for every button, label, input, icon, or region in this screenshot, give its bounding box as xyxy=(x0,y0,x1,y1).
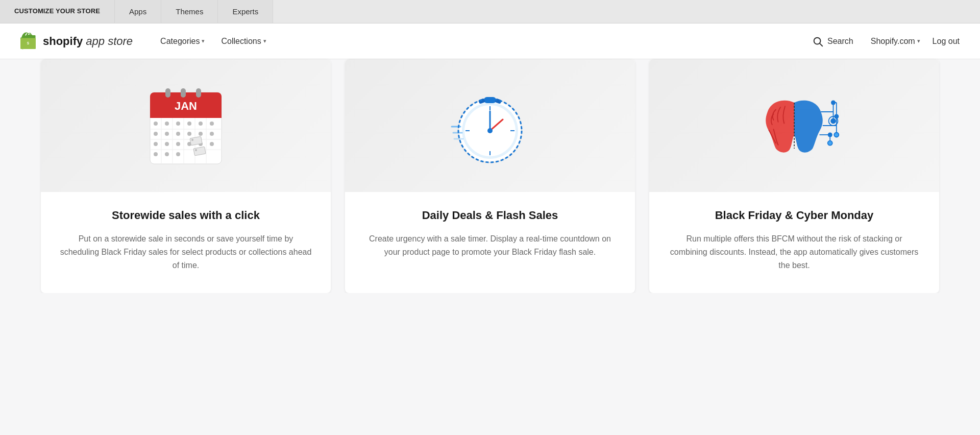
svg-point-29 xyxy=(199,132,203,136)
main-content: JAN xyxy=(0,59,980,293)
svg-text:JAN: JAN xyxy=(175,100,197,112)
svg-point-19 xyxy=(154,122,158,126)
cards-grid: JAN xyxy=(41,59,939,293)
svg-point-25 xyxy=(154,132,158,136)
card-bfcm-desc: Run multiple offers this BFCM without th… xyxy=(668,232,921,273)
svg-point-32 xyxy=(165,142,169,146)
card-daily-deals-desc: Create urgency with a sale timer. Displa… xyxy=(363,232,617,259)
card-daily-deals-image xyxy=(345,59,635,192)
svg-rect-8 xyxy=(165,88,170,98)
svg-text:S: S xyxy=(27,41,30,45)
search-button[interactable]: Search xyxy=(807,33,859,50)
svg-point-59 xyxy=(487,128,493,133)
svg-point-38 xyxy=(165,152,169,156)
card-bfcm-image xyxy=(649,59,939,192)
svg-point-27 xyxy=(176,132,180,136)
collections-label: Collections xyxy=(221,37,261,46)
svg-point-41 xyxy=(191,139,193,141)
categories-chevron-icon: ▾ xyxy=(202,38,205,44)
logo[interactable]: S shopify app store xyxy=(20,32,133,51)
svg-rect-9 xyxy=(181,88,186,98)
top-bar-themes[interactable]: Themes xyxy=(161,0,218,23)
svg-rect-10 xyxy=(196,88,201,98)
svg-point-22 xyxy=(187,122,191,126)
main-nav: Categories ▾ Collections ▾ xyxy=(153,33,807,50)
shopify-com-label: Shopify.com xyxy=(871,37,915,46)
card-daily-deals-body: Daily Deals & Flash Sales Create urgency… xyxy=(345,192,635,279)
categories-nav-link[interactable]: Categories ▾ xyxy=(153,33,212,50)
svg-point-31 xyxy=(154,142,158,146)
top-bar: CUSTOMIZE YOUR STORE Apps Themes Experts xyxy=(0,0,980,23)
shopify-logo-icon: S xyxy=(20,32,39,51)
card-storewide-sales-body: Storewide sales with a click Put on a st… xyxy=(41,192,331,293)
svg-point-30 xyxy=(210,132,214,136)
svg-point-20 xyxy=(165,122,169,126)
collections-chevron-icon: ▾ xyxy=(263,38,266,44)
shopify-com-link[interactable]: Shopify.com ▾ xyxy=(871,37,920,46)
card-bfcm[interactable]: Black Friday & Cyber Monday Run multiple… xyxy=(649,59,939,293)
svg-point-36 xyxy=(210,142,214,146)
logout-button[interactable]: Log out xyxy=(933,37,960,46)
header-right: Search Shopify.com ▾ Log out xyxy=(807,33,960,50)
logo-appstore-text: app store xyxy=(83,35,133,47)
svg-point-39 xyxy=(176,152,180,156)
top-bar-apps[interactable]: Apps xyxy=(115,0,161,23)
svg-point-74 xyxy=(828,141,832,146)
svg-point-37 xyxy=(154,152,158,156)
svg-point-43 xyxy=(195,149,197,151)
brain-circuit-icon xyxy=(748,85,840,166)
svg-point-21 xyxy=(176,122,180,126)
svg-line-3 xyxy=(820,43,822,46)
svg-point-78 xyxy=(831,119,836,124)
card-bfcm-title: Black Friday & Cyber Monday xyxy=(668,208,921,223)
categories-label: Categories xyxy=(160,37,200,46)
svg-point-24 xyxy=(210,122,214,126)
calendar-icon: JAN xyxy=(145,82,227,169)
svg-point-33 xyxy=(176,142,180,146)
card-storewide-sales-title: Storewide sales with a click xyxy=(59,208,312,223)
top-bar-customize-store[interactable]: CUSTOMIZE YOUR STORE xyxy=(0,0,115,23)
stopwatch-icon xyxy=(449,85,531,166)
svg-point-23 xyxy=(199,122,203,126)
top-bar-experts[interactable]: Experts xyxy=(218,0,273,23)
card-daily-deals-title: Daily Deals & Flash Sales xyxy=(363,208,617,223)
card-storewide-sales-desc: Put on a storewide sale in seconds or sa… xyxy=(59,232,312,273)
card-storewide-sales-image: JAN xyxy=(41,59,331,192)
card-daily-deals[interactable]: Daily Deals & Flash Sales Create urgency… xyxy=(345,59,635,293)
logo-shopify-text: shopify xyxy=(43,35,83,47)
card-bfcm-body: Black Friday & Cyber Monday Run multiple… xyxy=(649,192,939,293)
card-storewide-sales[interactable]: JAN xyxy=(41,59,331,293)
svg-point-28 xyxy=(187,132,191,136)
collections-nav-link[interactable]: Collections ▾ xyxy=(214,33,273,50)
search-icon xyxy=(812,36,823,47)
shopify-com-arrow-icon: ▾ xyxy=(917,38,920,44)
logout-label: Log out xyxy=(933,37,960,45)
header: S shopify app store Categories ▾ Collect… xyxy=(0,23,980,59)
svg-point-26 xyxy=(165,132,169,136)
search-label: Search xyxy=(827,37,853,46)
svg-point-70 xyxy=(834,133,839,137)
